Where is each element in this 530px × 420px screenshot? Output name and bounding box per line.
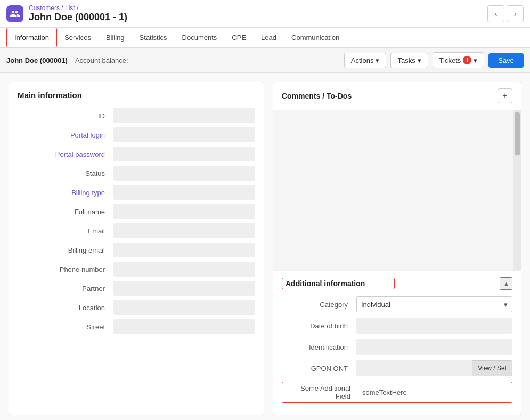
label-partner: Partner: [18, 285, 113, 293]
tab-communication[interactable]: Communication: [284, 28, 347, 47]
label-full-name: Full name: [18, 208, 113, 216]
ticket-badge: 1: [463, 56, 471, 64]
top-header: Customers / List / John Doe (000001 - 1)…: [0, 0, 530, 28]
field-some-additional: Some Additional Field: [282, 382, 512, 403]
tickets-button[interactable]: Tickets 1: [433, 52, 485, 68]
label-portal-password: Portal password: [18, 150, 113, 158]
sub-header-name: John Doe (000001): [6, 56, 68, 64]
field-category: Category Individual: [282, 296, 512, 312]
label-email: Email: [18, 227, 113, 235]
tabs-bar: Information Services Billing Statistics …: [0, 28, 530, 48]
value-status[interactable]: [113, 166, 255, 181]
field-identification: Identification: [282, 339, 512, 355]
additional-section: Additional information Category Individu…: [273, 270, 521, 415]
value-phone[interactable]: [113, 262, 255, 277]
comments-scrollbar[interactable]: [513, 110, 521, 270]
tab-lead[interactable]: Lead: [254, 28, 284, 47]
save-button[interactable]: Save: [488, 53, 524, 68]
breadcrumb: Customers / List /: [29, 4, 127, 12]
value-billing-type[interactable]: [113, 185, 255, 200]
view-set-button[interactable]: View / Set: [472, 360, 512, 376]
add-comment-button[interactable]: +: [498, 88, 512, 103]
actions-chevron: [376, 56, 379, 64]
tab-services[interactable]: Services: [57, 28, 99, 47]
category-value: Individual: [361, 301, 390, 309]
category-select[interactable]: Individual: [356, 296, 512, 312]
breadcrumb-list[interactable]: List: [65, 4, 75, 12]
field-full-name: Full name: [18, 204, 255, 219]
sub-header: John Doe (000001) Account balance: Actio…: [0, 48, 530, 73]
field-portal-password: Portal password: [18, 147, 255, 161]
users-icon: [10, 9, 20, 19]
additional-info-title: Additional information: [282, 278, 395, 289]
additional-header: Additional information: [282, 277, 512, 290]
label-dob: Date of birth: [282, 322, 356, 330]
main-info-title: Main information: [18, 91, 255, 100]
field-id: ID: [18, 108, 255, 123]
value-id[interactable]: [113, 108, 255, 123]
value-identification[interactable]: [356, 339, 512, 355]
field-status: Status: [18, 166, 255, 181]
field-billing-email: Billing email: [18, 243, 255, 257]
label-street: Street: [18, 323, 113, 331]
field-partner: Partner: [18, 281, 255, 296]
sub-header-balance: Account balance:: [75, 56, 128, 64]
field-billing-type: Billing type: [18, 185, 255, 200]
value-dob[interactable]: [356, 318, 512, 334]
value-gpon-ont[interactable]: [356, 360, 472, 376]
value-partner[interactable]: [113, 281, 255, 296]
field-location: Location: [18, 300, 255, 315]
value-street[interactable]: [113, 319, 255, 334]
value-full-name[interactable]: [113, 204, 255, 219]
comments-header: Comments / To-Dos +: [273, 82, 521, 110]
label-billing-type: Billing type: [18, 189, 113, 197]
label-gpon-ont: GPON ONT: [282, 365, 356, 373]
field-gpon-ont: GPON ONT View / Set: [282, 360, 512, 376]
tab-information[interactable]: Information: [6, 28, 57, 47]
value-email[interactable]: [113, 223, 255, 238]
breadcrumb-customers[interactable]: Customers: [29, 4, 60, 12]
breadcrumb-sep2: /: [77, 4, 78, 12]
tab-documents[interactable]: Documents: [175, 28, 225, 47]
main-content: Main information ID Portal login Portal …: [0, 73, 530, 420]
collapse-additional-button[interactable]: [500, 277, 512, 290]
comments-scrollbar-thumb: [515, 112, 520, 155]
label-status: Status: [18, 169, 113, 177]
right-panel: Comments / To-Dos + Additional informati…: [273, 82, 521, 415]
header-nav: ‹ ›: [487, 5, 524, 22]
field-dob: Date of birth: [282, 318, 512, 334]
field-email: Email: [18, 223, 255, 238]
nav-prev-button[interactable]: ‹: [487, 5, 504, 22]
tab-cpe[interactable]: CPE: [224, 28, 254, 47]
tickets-label: Tickets: [439, 56, 461, 64]
label-phone: Phone number: [18, 265, 113, 273]
page-title: John Doe (000001 - 1): [29, 12, 127, 23]
field-portal-login: Portal login: [18, 127, 255, 142]
value-some-additional[interactable]: [359, 385, 510, 400]
nav-next-button[interactable]: ›: [507, 5, 524, 22]
chevron-up-icon: [504, 279, 508, 288]
label-some-additional: Some Additional Field: [284, 384, 359, 400]
tab-statistics[interactable]: Statistics: [132, 28, 175, 47]
label-category: Category: [282, 301, 356, 309]
tasks-chevron: [418, 56, 421, 64]
actions-button[interactable]: Actions: [344, 53, 387, 68]
value-portal-password[interactable]: [113, 147, 255, 161]
value-portal-login[interactable]: [113, 127, 255, 142]
category-chevron-icon: [504, 301, 508, 309]
field-phone: Phone number: [18, 262, 255, 277]
tab-billing[interactable]: Billing: [99, 28, 132, 47]
tasks-label: Tasks: [397, 56, 415, 64]
tickets-chevron: [474, 56, 477, 64]
value-billing-email[interactable]: [113, 243, 255, 257]
comments-title: Comments / To-Dos: [282, 92, 498, 100]
tasks-button[interactable]: Tasks: [390, 53, 428, 68]
label-location: Location: [18, 304, 113, 312]
value-location[interactable]: [113, 300, 255, 315]
label-id: ID: [18, 112, 113, 120]
breadcrumb-area: Customers / List / John Doe (000001 - 1): [29, 4, 127, 23]
label-portal-login: Portal login: [18, 131, 113, 139]
left-panel: Main information ID Portal login Portal …: [9, 82, 264, 415]
label-billing-email: Billing email: [18, 246, 113, 254]
comments-body: [273, 110, 521, 270]
